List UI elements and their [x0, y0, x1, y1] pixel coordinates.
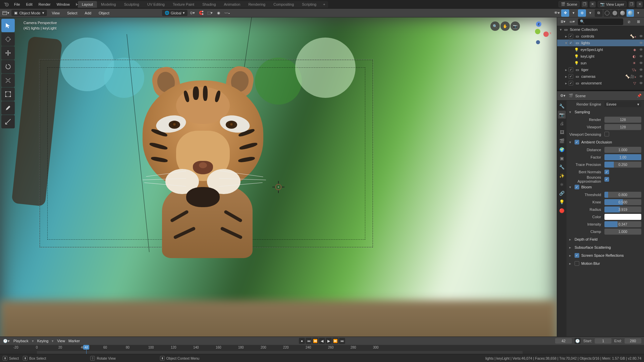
tool-transform[interactable]	[1, 87, 15, 101]
tab-sculpting[interactable]: Sculpting	[120, 1, 143, 8]
mode-selector[interactable]: ▣ Object Mode ▾	[11, 10, 47, 16]
ao-bent-check[interactable]	[604, 170, 609, 174]
ao-bounces-check[interactable]	[604, 177, 609, 182]
scene-new-button[interactable]: ❐	[582, 1, 588, 7]
tool-select-box[interactable]	[1, 19, 15, 32]
tab-world[interactable]: 🌍	[558, 145, 566, 154]
bloom-radius[interactable]: 3.919	[604, 206, 641, 213]
bloom-color[interactable]	[604, 214, 641, 220]
collection-toggle[interactable]	[569, 41, 573, 45]
ssr-enable[interactable]	[575, 253, 579, 258]
panel-ssr[interactable]: ▸Screen Space Reflections	[567, 251, 644, 259]
render-engine-dropdown[interactable]: Eevee▾	[604, 101, 641, 107]
autokey-toggle[interactable]: ●	[299, 338, 305, 344]
camera-view-button[interactable]: 📷	[511, 21, 520, 31]
outliner-item-sun[interactable]: 💡sun☀👁	[557, 60, 644, 66]
panel-sss[interactable]: ▸Subsurface Scattering	[567, 243, 644, 251]
panel-mb[interactable]: ▸Motion Blur	[567, 259, 644, 267]
tab-uv-editing[interactable]: UV Editing	[143, 1, 169, 8]
play[interactable]: ▶	[326, 338, 332, 344]
visibility-eye-icon[interactable]: 👁	[638, 61, 644, 65]
panel-dof[interactable]: ▸Depth of Field	[567, 235, 644, 243]
viewlayer-new-button[interactable]: ❐	[629, 1, 635, 7]
playhead[interactable]: 42	[83, 345, 89, 350]
tab-physics[interactable]: ⚛	[558, 180, 566, 188]
proportional-falloff[interactable]: 〰▾	[224, 9, 231, 17]
outliner-item-controls[interactable]: ▸▭controls🦴₃👁	[557, 33, 644, 40]
outliner-scene-collection[interactable]: ▾▭ Scene Collection	[557, 26, 644, 33]
outliner-item-enviornment[interactable]: ▸▭enviornment▽👁	[557, 80, 644, 86]
viewport-denoise-check[interactable]	[604, 132, 609, 136]
gizmo-toggle[interactable]: ✥	[561, 9, 569, 17]
clock-icon[interactable]: 🕐	[575, 338, 581, 344]
viewlayer-delete-button[interactable]: ✕	[637, 1, 643, 7]
tool-measure[interactable]	[1, 115, 15, 128]
collection-toggle[interactable]	[569, 34, 573, 39]
outliner-display-mode[interactable]: ▭▾	[569, 18, 576, 25]
orbit-gizmo[interactable]: Z X	[523, 19, 553, 50]
mb-enable[interactable]	[575, 261, 579, 266]
header-select[interactable]: Select	[64, 10, 80, 16]
snap-options[interactable]: ⬚▾	[206, 9, 214, 17]
ao-factor[interactable]: 1.00	[604, 154, 641, 160]
tab-texture-paint[interactable]: Texture Paint	[169, 1, 198, 8]
tab-object[interactable]: ▣	[558, 154, 566, 162]
scene-selector[interactable]: 🎬 Scene	[558, 1, 580, 7]
shading-material[interactable]	[619, 9, 626, 17]
tab-output[interactable]: 🖨	[558, 119, 566, 127]
header-add[interactable]: Add	[82, 10, 94, 16]
properties-type-icon[interactable]: ⚙▾	[559, 92, 567, 100]
bloom-clamp[interactable]: 1.000	[604, 229, 641, 235]
tool-scale[interactable]	[1, 74, 15, 87]
tl-playback[interactable]: Playback	[13, 339, 29, 343]
pan-button[interactable]: ✋	[500, 21, 510, 31]
tab-layout[interactable]: Layout	[78, 1, 97, 8]
jump-end[interactable]: ⏭	[339, 338, 345, 344]
ao-distance[interactable]: 1.000	[604, 147, 641, 153]
start-frame[interactable]: 1	[595, 338, 611, 344]
xray-toggle[interactable]: ⧉	[595, 9, 603, 17]
scene-delete-button[interactable]: ✕	[590, 1, 596, 7]
menu-file[interactable]: File	[11, 1, 23, 8]
tab-rendering[interactable]: Rendering	[244, 1, 269, 8]
tool-annotate[interactable]	[1, 101, 15, 115]
pivot-icon[interactable]: ⊙▾	[189, 9, 196, 17]
panel-ao[interactable]: ▾Ambient Occlusion	[567, 138, 644, 146]
tl-marker[interactable]: Marker	[68, 339, 80, 343]
tab-render[interactable]: 📷	[558, 111, 566, 119]
menu-render[interactable]: Render	[36, 1, 53, 8]
shading-options[interactable]: ▾	[635, 9, 642, 17]
current-frame[interactable]: 42	[555, 338, 572, 344]
tool-move[interactable]	[1, 46, 15, 60]
overlays-toggle[interactable]: ⊚	[578, 9, 586, 17]
outliner-item-lights[interactable]: ▾▭lights👁	[557, 40, 644, 46]
tab-modeling[interactable]: Modeling	[97, 1, 120, 8]
outliner-item-eyeSpecLight[interactable]: 💡eyeSpecLight◈👁	[557, 46, 644, 53]
visibility-eye-icon[interactable]: 👁	[638, 54, 644, 58]
gizmo-x-axis[interactable]	[543, 32, 549, 37]
play-reverse[interactable]: ◀	[319, 338, 325, 344]
add-workspace-button[interactable]: +	[320, 1, 328, 8]
editor-type-icon[interactable]: ▾	[2, 9, 9, 17]
outliner-item-keyLight[interactable]: 💡keyLight◐👁	[557, 53, 644, 60]
sampling-render[interactable]: 128	[604, 117, 641, 123]
end-frame[interactable]: 280	[625, 338, 641, 344]
proportional-toggle[interactable]: ◉	[215, 9, 222, 17]
timeline-ruler[interactable]: -200204060801001201401601802002202402602…	[0, 345, 644, 354]
collection-toggle[interactable]	[569, 74, 573, 79]
ao-trace[interactable]: 0.250	[604, 162, 641, 168]
tab-constraints[interactable]: 🔗	[558, 189, 566, 197]
tab-scripting[interactable]: Scripting	[298, 1, 320, 8]
outliner-item-cameras[interactable]: ▸▭cameras🦴🎥₂👁	[557, 73, 644, 80]
panel-sampling[interactable]: ▾Sampling	[567, 108, 644, 116]
header-view[interactable]: View	[49, 10, 62, 16]
shading-solid[interactable]	[611, 9, 619, 17]
outliner-filter-icon[interactable]: ⎚	[625, 18, 633, 25]
tab-tool[interactable]: 🔧	[558, 102, 566, 110]
viewlayer-selector[interactable]: 📷 View Layer	[598, 1, 627, 7]
gizmo-z-axis[interactable]: Z	[536, 21, 541, 27]
bloom-intensity[interactable]: 0.347	[604, 221, 641, 227]
transform-orientation[interactable]: 🌐 Global ▾	[162, 10, 187, 16]
tab-compositing[interactable]: Compositing	[269, 1, 298, 8]
tab-animation[interactable]: Animation	[220, 1, 245, 8]
